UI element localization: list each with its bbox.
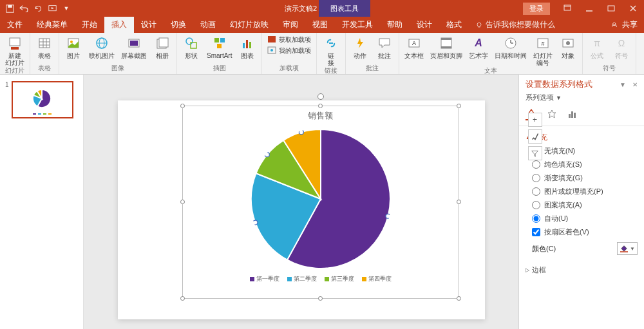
redo-icon[interactable] <box>33 4 43 13</box>
share-button[interactable]: 共享 <box>612 19 638 30</box>
chart-object[interactable]: 销售额 第一季度第二季度第三季度第四季度 + <box>182 106 459 299</box>
slideshow-icon[interactable] <box>48 4 57 13</box>
legend-item[interactable]: 第四季度 <box>362 275 392 283</box>
chart-filters-button[interactable] <box>528 146 542 160</box>
button-label: 幻灯片编号 <box>533 52 553 66</box>
tab-chart-format[interactable]: 格式 <box>439 17 469 33</box>
tab-view[interactable]: 视图 <box>305 17 335 33</box>
tab-home[interactable]: 开始 <box>75 17 104 33</box>
date-time-button[interactable]: 日期和时间 <box>493 34 528 59</box>
table-button[interactable]: 表格 <box>34 34 55 59</box>
my-addins-button[interactable]: 我的加载项 <box>266 45 312 55</box>
radio-gradient-fill[interactable] <box>532 174 540 182</box>
shapes-button[interactable]: 形状 <box>181 34 202 59</box>
legend-item[interactable]: 第二季度 <box>287 275 317 283</box>
pane-close-icon[interactable]: ✕ <box>632 81 638 88</box>
fill-option-pattern-fill[interactable]: 图案填充(A) <box>532 200 638 210</box>
fill-option-picture-fill[interactable]: 图片或纹理填充(P) <box>532 187 638 196</box>
button-label: 形状 <box>185 52 198 59</box>
new-slide-button[interactable]: 新建幻灯片 <box>4 34 26 66</box>
chart-title[interactable]: 销售额 <box>183 106 459 122</box>
fill-option-auto[interactable]: 自动(U) <box>532 214 638 223</box>
radio-pattern-fill[interactable] <box>532 201 540 209</box>
tab-help[interactable]: 帮助 <box>380 17 410 33</box>
tab-classic-menu[interactable]: 经典菜单 <box>30 17 75 33</box>
action-button[interactable]: 动作 <box>350 34 370 59</box>
tab-transitions[interactable]: 切换 <box>164 17 193 33</box>
chart-elements-button[interactable]: + <box>528 113 542 127</box>
resize-handle[interactable] <box>318 296 323 301</box>
pie-chart[interactable] <box>250 128 392 270</box>
online-pictures-button[interactable]: 联机图片 <box>88 34 116 59</box>
slice-handle[interactable] <box>265 153 269 157</box>
tab-file[interactable]: 文件 <box>0 17 30 33</box>
comment-button[interactable]: 批注 <box>374 34 395 59</box>
resize-handle[interactable] <box>180 296 185 301</box>
legend-swatch <box>287 277 292 281</box>
pictures-button[interactable]: 图片 <box>63 34 84 59</box>
fill-option-no-fill[interactable]: 无填充(N) <box>532 146 638 156</box>
ribbon-options-icon[interactable] <box>556 0 578 17</box>
qat-dropdown-icon[interactable]: ▼ <box>62 4 71 13</box>
undo-icon[interactable] <box>19 4 28 13</box>
save-icon[interactable] <box>5 4 14 13</box>
effects-icon[interactable] <box>546 109 558 120</box>
tab-chart-design[interactable]: 设计 <box>410 17 439 33</box>
tab-animations[interactable]: 动画 <box>193 17 223 33</box>
link-button[interactable]: 链接 <box>321 34 341 66</box>
wordart-button[interactable]: A艺术字 <box>468 34 489 59</box>
resize-handle[interactable] <box>180 200 185 204</box>
rotate-handle[interactable] <box>317 93 324 100</box>
resize-handle[interactable] <box>318 104 323 108</box>
tab-slideshow[interactable]: 幻灯片放映 <box>223 17 276 33</box>
fill-option-gradient-fill[interactable]: 渐变填充(G) <box>532 173 638 183</box>
login-button[interactable]: 登录 <box>523 3 550 15</box>
close-icon[interactable] <box>622 0 644 17</box>
tab-review[interactable]: 审阅 <box>276 17 305 33</box>
vary-colors-checkbox[interactable] <box>532 228 540 236</box>
table-icon <box>35 35 53 51</box>
header-footer-button[interactable]: 页眉和页脚 <box>429 34 464 59</box>
tab-insert[interactable]: 插入 <box>104 17 134 33</box>
bulb-icon <box>475 21 483 29</box>
pane-dropdown-icon[interactable]: ▼ <box>620 81 626 88</box>
thumb-pie-icon <box>32 89 52 108</box>
maximize-icon[interactable] <box>600 0 622 17</box>
chart-styles-button[interactable] <box>528 129 542 144</box>
border-header[interactable]: ▷边框 <box>526 263 638 277</box>
resize-handle[interactable] <box>457 296 461 301</box>
resize-handle[interactable] <box>457 104 461 108</box>
video-button[interactable]: 视频 <box>640 34 644 59</box>
screenshot-button[interactable]: 屏幕截图 <box>120 34 148 59</box>
slide-number-button[interactable]: #幻灯片编号 <box>532 34 554 66</box>
svg-text:A: A <box>412 40 416 46</box>
resize-handle[interactable] <box>180 104 185 108</box>
color-picker-button[interactable]: ▼ <box>617 242 638 255</box>
object-button[interactable]: 对象 <box>558 34 578 59</box>
slide-canvas[interactable]: 销售额 第一季度第二季度第三季度第四季度 + <box>84 75 518 329</box>
slide-thumbnail[interactable]: 1 <box>5 81 78 118</box>
smartart-button[interactable]: SmartArt <box>205 34 233 59</box>
tell-me-search[interactable]: 告诉我你想要做什么 <box>469 17 555 33</box>
slice-handle[interactable] <box>299 130 303 135</box>
photo-album-button[interactable]: 相册 <box>152 34 173 59</box>
chart-legend[interactable]: 第一季度第二季度第三季度第四季度 <box>183 270 459 283</box>
legend-item[interactable]: 第一季度 <box>250 275 279 283</box>
get-addins-button[interactable]: 获取加载项 <box>266 34 312 44</box>
share-icon <box>612 21 620 29</box>
minimize-icon[interactable] <box>578 0 600 17</box>
fill-header[interactable]: ▲填充 <box>526 130 638 145</box>
textbox-button[interactable]: A文本框 <box>403 34 425 59</box>
radio-auto[interactable] <box>532 214 540 223</box>
slice-handle[interactable] <box>252 220 257 225</box>
pane-subtitle[interactable]: 系列选项 ▼ <box>519 91 644 106</box>
slice-handle[interactable] <box>386 214 390 218</box>
resize-handle[interactable] <box>457 200 461 204</box>
tab-design[interactable]: 设计 <box>134 17 164 33</box>
legend-item[interactable]: 第三季度 <box>325 275 354 283</box>
series-options-icon[interactable] <box>567 109 578 120</box>
chart-button[interactable]: 图表 <box>237 34 258 59</box>
radio-picture-fill[interactable] <box>532 187 540 196</box>
fill-option-solid-fill[interactable]: 纯色填充(S) <box>532 160 638 169</box>
tab-developer[interactable]: 开发工具 <box>335 17 380 33</box>
